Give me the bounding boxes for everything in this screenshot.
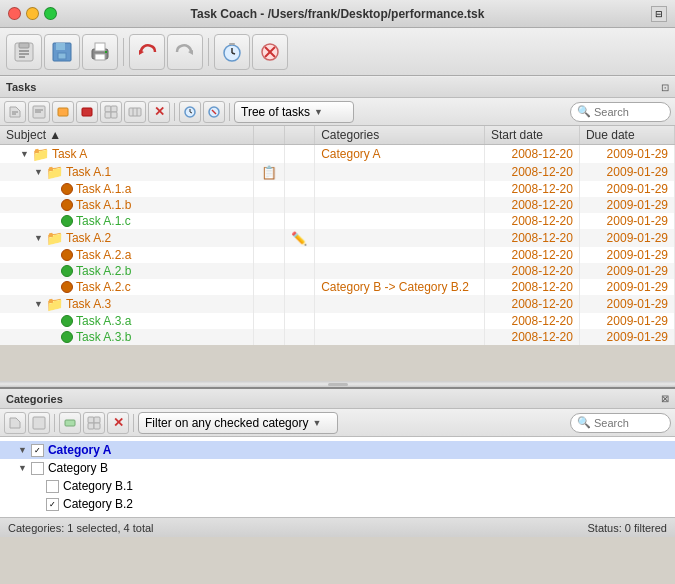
- tasks-tool-3[interactable]: [52, 101, 74, 123]
- folder-icon: 📁: [46, 296, 63, 312]
- task-status-circle: [61, 183, 73, 195]
- categories-close-icon[interactable]: ⊠: [661, 393, 669, 404]
- list-item[interactable]: ▼ Category B: [0, 459, 675, 477]
- task-due-date: 2009-01-29: [579, 145, 674, 164]
- table-row[interactable]: Task A.1.a 2008-12-20 2009-01-29: [0, 181, 675, 197]
- cat-expand-icon[interactable]: ▼: [18, 445, 27, 455]
- task-start-date: 2008-12-20: [484, 181, 579, 197]
- task-status-circle: [61, 265, 73, 277]
- task-status-circle: [61, 249, 73, 261]
- table-row[interactable]: ▼ 📁 Task A.1 📋 2008-12-20 2009-01-29: [0, 163, 675, 181]
- new-task-button[interactable]: [6, 34, 42, 70]
- cat-tool-1[interactable]: [4, 412, 26, 434]
- redo-button[interactable]: [167, 34, 203, 70]
- task-start-date: 2008-12-20: [484, 197, 579, 213]
- save-button[interactable]: [44, 34, 80, 70]
- col-header-subject[interactable]: Subject ▲: [0, 126, 253, 145]
- resize-button[interactable]: ⊟: [651, 6, 667, 22]
- task-category-cell: [315, 197, 485, 213]
- expand-icon[interactable]: ▼: [34, 299, 43, 309]
- task-note-cell: [253, 329, 284, 345]
- task-name: Task A.2.a: [76, 248, 131, 262]
- category-checkbox[interactable]: ✓: [46, 498, 59, 511]
- task-category-cell: [315, 163, 485, 181]
- minimize-button[interactable]: [26, 7, 39, 20]
- print-button[interactable]: [82, 34, 118, 70]
- tasks-tool-4[interactable]: [76, 101, 98, 123]
- tasks-tool-2[interactable]: [28, 101, 50, 123]
- table-row[interactable]: Task A.2.a 2008-12-20 2009-01-29: [0, 247, 675, 263]
- toolbar-sep-1: [123, 38, 124, 66]
- cat-tool-4[interactable]: [83, 412, 105, 434]
- categories-search-box[interactable]: 🔍: [570, 413, 671, 433]
- tasks-section-label: Tasks: [6, 81, 36, 93]
- cat-expand-icon[interactable]: ▼: [18, 463, 27, 473]
- tasks-tool-5[interactable]: [100, 101, 122, 123]
- table-row[interactable]: Task A.1.b 2008-12-20 2009-01-29: [0, 197, 675, 213]
- close-button[interactable]: [8, 7, 21, 20]
- task-due-date: 2009-01-29: [579, 229, 674, 247]
- tasks-tool-1[interactable]: [4, 101, 26, 123]
- table-row[interactable]: Task A.1.c 2008-12-20 2009-01-29: [0, 213, 675, 229]
- categories-search-input[interactable]: [594, 417, 664, 429]
- category-checkbox[interactable]: [31, 462, 44, 475]
- cat-sep-1: [54, 414, 55, 432]
- maximize-button[interactable]: [44, 7, 57, 20]
- clock-button[interactable]: [214, 34, 250, 70]
- col-header-due[interactable]: Due date: [579, 126, 674, 145]
- tasks-tool-8[interactable]: [179, 101, 201, 123]
- svg-line-16: [232, 53, 235, 54]
- list-item[interactable]: ✓ Category B.2: [0, 495, 675, 513]
- cat-tool-5[interactable]: ✕: [107, 412, 129, 434]
- window-controls[interactable]: [8, 7, 57, 20]
- table-row[interactable]: Task A.3.a 2008-12-20 2009-01-29: [0, 313, 675, 329]
- table-row[interactable]: ▼ 📁 Task A Category A 2008-12-20 2009-01…: [0, 145, 675, 164]
- task-status-circle: [61, 281, 73, 293]
- table-row[interactable]: Task A.2.c Category B -> Category B.2 20…: [0, 279, 675, 295]
- table-row[interactable]: Task A.3.b 2008-12-20 2009-01-29: [0, 329, 675, 345]
- expand-icon[interactable]: ▼: [34, 167, 43, 177]
- task-note-cell: [253, 295, 284, 313]
- filter-selector[interactable]: Filter on any checked category ▼: [138, 412, 338, 434]
- task-category-cell: [315, 213, 485, 229]
- tasks-tool-6[interactable]: [124, 101, 146, 123]
- task-due-date: 2009-01-29: [579, 279, 674, 295]
- col-header-start[interactable]: Start date: [484, 126, 579, 145]
- tasks-tool-9[interactable]: [203, 101, 225, 123]
- task-start-date: 2008-12-20: [484, 247, 579, 263]
- task-name: Task A.1.c: [76, 214, 131, 228]
- table-row[interactable]: Task A.2.b 2008-12-20 2009-01-29: [0, 263, 675, 279]
- tasks-tool-7[interactable]: ✕: [148, 101, 170, 123]
- table-row[interactable]: ▼ 📁 Task A.3 2008-12-20 2009-01-29: [0, 295, 675, 313]
- window-title: Task Coach - /Users/frank/Desktop/perfor…: [191, 7, 485, 21]
- svg-rect-10: [95, 54, 105, 60]
- cat-search-icon: 🔍: [577, 416, 591, 429]
- cat-tool-3[interactable]: [59, 412, 81, 434]
- task-status-circle: [61, 315, 73, 327]
- expand-icon[interactable]: ▼: [20, 149, 29, 159]
- list-item[interactable]: Category B.1: [0, 477, 675, 495]
- task-name-cell: ▼ 📁 Task A: [0, 145, 253, 164]
- expand-icon[interactable]: ▼: [34, 233, 43, 243]
- view-selector[interactable]: Tree of tasks ▼: [234, 101, 354, 123]
- tasks-search-box[interactable]: 🔍: [570, 102, 671, 122]
- undo-button[interactable]: [129, 34, 165, 70]
- category-checkbox[interactable]: ✓: [31, 444, 44, 457]
- task-note-cell: [253, 145, 284, 164]
- list-item[interactable]: ▼ ✓ Category A: [0, 441, 675, 459]
- cat-tool-2[interactable]: [28, 412, 50, 434]
- svg-rect-40: [33, 417, 45, 429]
- task-note-cell: [253, 197, 284, 213]
- task-scroll-area[interactable]: Subject ▲ Categories Start date Due date…: [0, 126, 675, 381]
- task-start-date: 2008-12-20: [484, 213, 579, 229]
- tasks-search-input[interactable]: [594, 106, 664, 118]
- task-pencil-cell: ✏️: [284, 229, 315, 247]
- task-status-circle: [61, 199, 73, 211]
- category-checkbox[interactable]: [46, 480, 59, 493]
- task-due-date: 2009-01-29: [579, 263, 674, 279]
- task-name-cell: Task A.2.a: [0, 247, 253, 263]
- col-header-categories[interactable]: Categories: [315, 126, 485, 145]
- table-row[interactable]: ▼ 📁 Task A.2 ✏️ 2008-12-20 2009-01-29: [0, 229, 675, 247]
- filter-dropdown-arrow-icon: ▼: [312, 418, 321, 428]
- stop-button[interactable]: [252, 34, 288, 70]
